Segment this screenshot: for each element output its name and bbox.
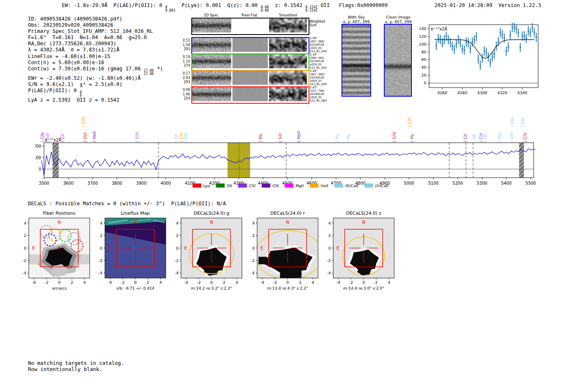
line-label-CIV: ( CIV	[40, 132, 45, 142]
Lyα-swatch	[193, 183, 201, 188]
legend-item: HeII	[310, 183, 328, 188]
legend-item: MgII	[285, 183, 304, 188]
svg-text:-2: -2	[175, 258, 179, 263]
svg-text:3700: 3700	[88, 181, 98, 186]
cutout-title-fiber-positions: Fiber Positions	[29, 211, 90, 216]
legend-label: OII	[227, 183, 232, 188]
svg-text:-2: -2	[197, 280, 200, 285]
stacked-value: 00.001	[165, 5, 176, 12]
fiber-row-weights: 0.172.03293	[180, 72, 190, 85]
weighted-2dspec-image	[192, 19, 231, 32]
cutout-xlabel-decals-r: m:13.4 re:4.3" s:2.2"	[253, 286, 322, 290]
svg-text:-4: -4	[23, 271, 26, 275]
svg-text:-4: -4	[108, 280, 112, 285]
line-label-Hγ: ( Hγ	[346, 134, 351, 142]
fiber-smoothed-image	[269, 54, 307, 68]
legend-item: CIV	[238, 183, 255, 188]
svg-text:120: 120	[420, 34, 426, 39]
svg-text:4280: 4280	[458, 90, 467, 95]
svg-text:-4: -4	[260, 280, 264, 285]
compass-north-label: N	[134, 220, 137, 225]
svg-text:2: 2	[328, 233, 331, 238]
line-label-CIV: ( CIV	[523, 132, 527, 142]
svg-text:0: 0	[58, 280, 60, 285]
fiber-pixelflat-image	[232, 71, 268, 85]
spectrum-svg: 3500360037003800390040004100420043004400…	[35, 109, 543, 193]
svg-text:-4: -4	[327, 271, 331, 275]
svg-text:200: 200	[35, 144, 41, 148]
legend-item: CIII	[262, 183, 279, 188]
svg-text:-2: -2	[23, 258, 26, 263]
weighted-sum-label: WeightedSum	[309, 20, 325, 27]
svg-text:4: 4	[24, 221, 26, 225]
svg-text:0: 0	[176, 246, 179, 251]
svg-text:2: 2	[252, 233, 255, 238]
fiber-smoothed-image	[269, 38, 307, 52]
legend-label: MgII	[295, 183, 304, 188]
svg-text:2: 2	[71, 280, 73, 285]
line-label-OIII: ( OIII	[497, 132, 502, 142]
with-sky-title: With Skyx, y: 407, 399	[336, 15, 377, 24]
svg-text:-4: -4	[251, 271, 255, 275]
line-label-Hγ: ( Hγ	[335, 134, 339, 142]
footer-note-2: Row intentionally blank.	[28, 366, 102, 372]
info-line: S/N = 9.6(±2.1) χ² = 2.5(±0.0)	[28, 81, 163, 88]
line-label-OII: ( OII	[174, 134, 178, 142]
svg-text:4: 4	[312, 280, 314, 285]
svg-text:-4: -4	[184, 280, 188, 285]
footer-note-1: No matching targets in catalog.	[28, 360, 124, 366]
line-label-SiIV: ( SiIV	[392, 132, 397, 142]
elixer-report-page: { "header": { "segments": [ {"t":"EW: -1…	[0, 0, 576, 392]
svg-text:-2: -2	[349, 280, 353, 285]
svg-text:-2: -2	[121, 280, 124, 285]
stacked-value: 00	[80, 90, 82, 97]
svg-text:4: 4	[252, 221, 255, 225]
clean-image	[384, 24, 412, 97]
svg-text:4: 4	[236, 280, 238, 285]
svg-text:-4: -4	[32, 280, 36, 285]
fiber-smoothed-image	[269, 87, 307, 101]
info-line: RA,Dec (273.735626,65.200943)	[28, 41, 163, 47]
svg-text:2: 2	[223, 280, 225, 285]
cutout-title-lineflux-map: Lineflux Map	[105, 211, 166, 216]
line-label-CII: ( CII	[60, 134, 65, 142]
linefit-svg: 42604280430043204340020406080100120140e−…	[420, 19, 547, 97]
(K)CaII-swatch	[334, 183, 343, 188]
info-line: ID: 4090538426 (4090538426.pdf)	[28, 16, 163, 22]
info-line: LyA z = 2.5392 OII z = 0.1542	[28, 97, 163, 103]
svg-text:2: 2	[24, 233, 26, 238]
line-label-SiII: ( SiII	[45, 133, 50, 142]
info-line: Obs: 20230529v020_4090538426	[28, 22, 163, 28]
cutout-xlabel-decals-g: m:14.2 re:3.2" s:2.2"	[177, 286, 246, 290]
line-label-OIII: ( OIII	[520, 117, 525, 127]
weighted-pixelflat-image	[232, 19, 268, 32]
fiber-row-weights: 0.511.54293	[180, 39, 190, 52]
svg-text:5400: 5400	[501, 181, 511, 186]
spectrum-legend: LyαOIICIVCIIIMgIIHeII(K)CaII(H)CaII	[193, 183, 388, 188]
svg-text:5200: 5200	[453, 181, 463, 186]
(H)CaII-swatch	[365, 183, 373, 188]
svg-text:0: 0	[424, 81, 426, 85]
cutout-lineflux-map: NE420-2-4-4-2024	[87, 216, 167, 286]
fiber-2dspec-image	[192, 71, 231, 85]
cutout-title-decals-r: DECaLS(24.0) r	[257, 211, 318, 216]
info-line: λ = 4302.54Å σ = 7.83(±1.72)Å	[28, 47, 163, 53]
line-label-OIII: ( OIII	[510, 117, 515, 127]
line-label-CIV: ( CIV	[179, 132, 184, 142]
weighted-sum-row	[191, 18, 309, 35]
svg-text:4: 4	[84, 280, 86, 285]
fiber-row-info: 2.97"(411, 749)20230529v020_01512_RL_083	[310, 86, 327, 102]
svg-text:4340: 4340	[517, 90, 527, 95]
svg-text:3900: 3900	[136, 181, 146, 186]
legend-item: (K)CaII	[334, 183, 358, 188]
line-label-OIII: ( OIII	[183, 132, 188, 142]
spec2d-fiber-row	[191, 37, 309, 54]
svg-text:2: 2	[375, 280, 378, 285]
line-label-Hδ: ( Hδ	[483, 134, 488, 142]
cutout-decals-r: NE420-2-4-4-2024	[239, 216, 320, 286]
full-spectrum-chart: 3500360037003800390040004100420043004400…	[35, 109, 543, 193]
svg-text:3800: 3800	[112, 181, 122, 186]
svg-text:140: 140	[420, 26, 426, 31]
svg-text:-2: -2	[273, 280, 276, 285]
svg-text:0: 0	[134, 280, 137, 285]
